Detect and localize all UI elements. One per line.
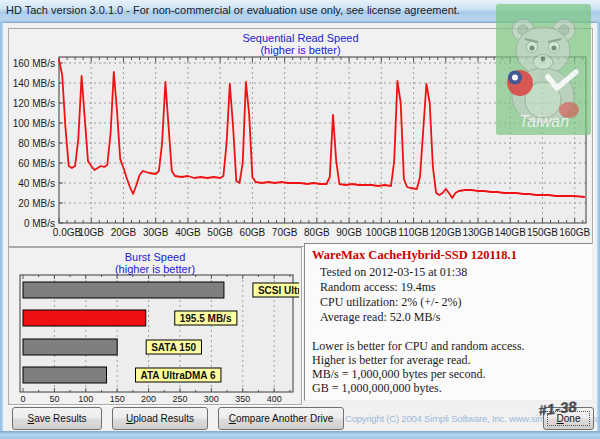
- x-axis-tick-label: 140GB: [495, 227, 526, 238]
- drive-info-panel: WareMax CacheHybrid-SSD 120118.1 Tested …: [304, 243, 593, 401]
- burst-bar-3: [23, 367, 107, 383]
- y-axis-tick-label: 60 MB/s: [18, 158, 55, 169]
- x-axis-tick-label: 50GB: [207, 227, 233, 238]
- stat-line: Random access: 19.4ms: [320, 280, 585, 295]
- burst-speed-panel: Burst Speed (higher is better) 050100150…: [8, 247, 302, 405]
- compare-another-drive-button[interactable]: Compare Another Drive: [218, 407, 344, 430]
- done-button[interactable]: Done: [543, 407, 594, 430]
- stat-line: CPU utilization: 2% (+/- 2%): [320, 295, 585, 310]
- window-title: HD Tach version 3.0.1.0 - For non-commer…: [0, 0, 600, 16]
- burst-bar-label: ATA UltraDMA 6: [141, 370, 216, 381]
- x-axis-tick-label: 110GB: [398, 227, 429, 238]
- sequential-read-panel: Sequential Read Speed (higher is better)…: [8, 28, 593, 247]
- title-bar[interactable]: HD Tach version 3.0.1.0 - For non-commer…: [0, 0, 600, 23]
- y-axis-tick-label: 100 MB/s: [13, 118, 55, 129]
- save-results-label: Save Results: [13, 408, 101, 429]
- save-results-button[interactable]: Save Results: [12, 407, 102, 430]
- stat-line: Tested on 2012-03-15 at 01:38: [320, 265, 585, 280]
- drive-notes: Lower is better for CPU and random acces…: [312, 339, 585, 395]
- x-axis-tick-label: 90GB: [336, 227, 362, 238]
- burst-bar-2: [23, 339, 117, 355]
- sequential-chart-title: Sequential Read Speed (higher is better): [9, 32, 592, 56]
- y-axis-tick-label: 20 MB/s: [18, 198, 55, 209]
- burst-bar-0: [23, 282, 224, 298]
- burst-axis-tick-label: 50: [49, 394, 59, 402]
- x-axis-tick-label: 130GB: [462, 227, 493, 238]
- note-line: GB = 1,000,000,000 bytes.: [312, 381, 585, 395]
- sequential-read-chart: 0 MB/s20 MB/s40 MB/s60 MB/s80 MB/s100 MB…: [9, 29, 590, 244]
- window-border-bottom: [0, 431, 600, 439]
- burst-axis-tick-label: 300: [204, 394, 219, 402]
- burst-bar-label: SCSI Ultra320: [258, 285, 299, 296]
- x-axis-tick-label: 60GB: [240, 227, 266, 238]
- drive-stats: Tested on 2012-03-15 at 01:38Random acce…: [312, 265, 585, 325]
- y-axis-tick-label: 80 MB/s: [18, 138, 55, 149]
- burst-bar-label: 195.5 MB/s: [180, 313, 232, 324]
- focus-rectangle: [547, 411, 590, 426]
- note-line: Higher is better for average read.: [312, 353, 585, 367]
- hd-tach-window: HD Tach version 3.0.1.0 - For non-commer…: [0, 0, 600, 439]
- burst-bar-label: SATA 150: [151, 342, 196, 353]
- x-axis-tick-label: 100GB: [366, 227, 397, 238]
- compare-another-drive-label: Compare Another Drive: [219, 408, 343, 429]
- burst-axis-tick-label: 350: [235, 394, 250, 402]
- note-line: MB/s = 1,000,000 bytes per second.: [312, 367, 585, 381]
- y-axis-tick-label: 40 MB/s: [18, 178, 55, 189]
- x-axis-tick-label: 160GB: [559, 227, 590, 238]
- burst-chart-title: Burst Speed (higher is better): [9, 251, 301, 275]
- drive-name: WareMax CacheHybrid-SSD 120118.1: [312, 248, 585, 263]
- x-axis-tick-label: 120GB: [430, 227, 461, 238]
- x-axis-tick-label: 20GB: [111, 227, 137, 238]
- burst-axis-tick-label: 0: [20, 394, 25, 402]
- x-axis-tick-label: 70GB: [272, 227, 298, 238]
- x-axis-tick-label: 40GB: [175, 227, 201, 238]
- burst-axis-tick-label: 200: [141, 394, 156, 402]
- upload-results-label: Upload Results: [113, 408, 207, 429]
- x-axis-tick-label: 0.0GB: [53, 227, 82, 238]
- window-border-left: [0, 22, 3, 431]
- stat-line: Average read: 52.0 MB/s: [320, 310, 585, 325]
- y-axis-tick-label: 140 MB/s: [13, 78, 55, 89]
- x-axis-tick-label: 30GB: [143, 227, 169, 238]
- y-axis-tick-label: 120 MB/s: [13, 98, 55, 109]
- note-line: Lower is better for CPU and random acces…: [312, 339, 585, 353]
- y-axis-tick-label: 0 MB/s: [24, 218, 55, 229]
- burst-axis-tick-label: 400: [267, 394, 282, 402]
- x-axis-tick-label: 150GB: [527, 227, 558, 238]
- x-axis-tick-label: 10GB: [78, 227, 104, 238]
- burst-axis-tick-label: 100: [78, 394, 93, 402]
- y-axis-tick-label: 160 MB/s: [13, 58, 55, 69]
- upload-results-button[interactable]: Upload Results: [112, 407, 208, 430]
- x-axis-tick-label: 80GB: [304, 227, 330, 238]
- burst-axis-tick-label: 250: [172, 394, 187, 402]
- burst-bar-1: [23, 310, 146, 326]
- burst-axis-tick-label: 150: [110, 394, 125, 402]
